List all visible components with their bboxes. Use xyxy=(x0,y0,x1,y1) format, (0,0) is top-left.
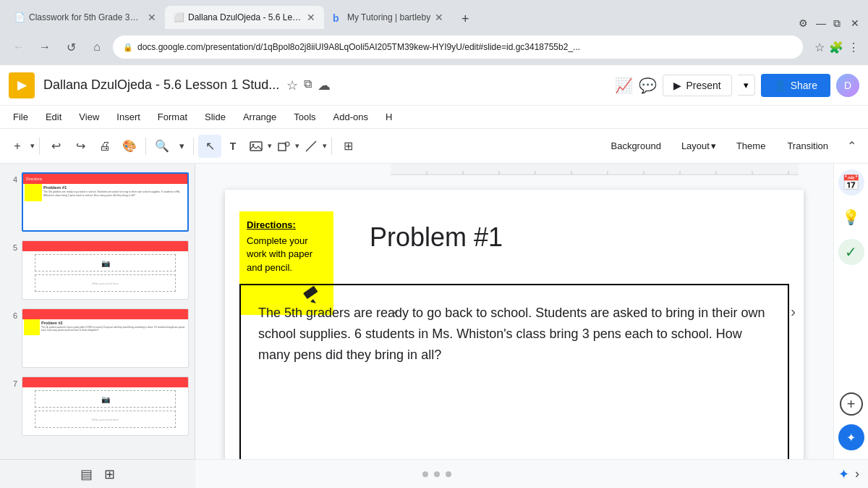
cloud-icon[interactable]: ☁ xyxy=(318,77,331,93)
slide4-yellow-note xyxy=(25,184,42,201)
text-tool[interactable]: T xyxy=(221,135,244,158)
select-tool[interactable]: ↖ xyxy=(198,135,221,158)
tab2-close[interactable]: ✕ xyxy=(307,12,315,23)
forward-button[interactable]: → xyxy=(35,37,55,57)
svg-point-1 xyxy=(252,143,255,146)
slide-thumb-5[interactable]: 5 📷 Write your work here xyxy=(3,237,192,303)
comment-button[interactable]: ⊞ xyxy=(336,135,359,158)
address-input[interactable]: 🔒 docs.google.com/presentation/d/1qBpol8… xyxy=(113,35,803,59)
canvas-nav-left[interactable]: ‹ xyxy=(393,303,399,320)
tab2-label: Dallana DzulOjeda - 5.6 Lesson 1... xyxy=(188,12,302,22)
zoom-dropdown[interactable]: ▾ xyxy=(175,139,189,153)
menu-slide[interactable]: Slide xyxy=(197,109,233,125)
tab1-label: Classwork for 5th Grade 304/30... xyxy=(29,12,143,22)
undo-button[interactable]: ↩ xyxy=(44,135,67,158)
home-button[interactable]: ⌂ xyxy=(87,37,107,57)
calendar-icon: 📅 xyxy=(842,174,860,191)
slide4-title-text: Problem #1 xyxy=(43,185,186,190)
new-tab-button[interactable]: + xyxy=(455,9,475,29)
slide-num-5: 5 xyxy=(6,243,17,252)
menu-edit[interactable]: Edit xyxy=(38,109,69,125)
slide6-content: Problem #2 The 5th graders wanted to hav… xyxy=(22,319,188,333)
back-button[interactable]: ← xyxy=(9,37,29,57)
share-button[interactable]: 👤 Share xyxy=(761,74,830,97)
google-calendar-sidebar-icon[interactable]: 📅 xyxy=(838,169,864,195)
add-slide-button[interactable]: + xyxy=(6,135,29,158)
menu-view[interactable]: View xyxy=(72,109,106,125)
menu-format[interactable]: Format xyxy=(150,109,195,125)
svg-rect-0 xyxy=(250,142,262,151)
canvas-nav-right[interactable]: › xyxy=(791,303,796,320)
zoom-button[interactable]: 🔍 xyxy=(150,135,174,158)
magic-button[interactable]: ✦ xyxy=(838,424,864,450)
add-dropdown[interactable]: ▾ xyxy=(30,141,35,151)
present-dropdown-button[interactable]: ▾ xyxy=(738,75,755,96)
browser-minimize-icon[interactable]: — xyxy=(816,17,827,29)
explore-icon[interactable]: ✦ xyxy=(838,466,849,482)
extension-icon[interactable]: 🧩 xyxy=(829,41,843,54)
menu-addons[interactable]: Add-ons xyxy=(326,109,375,125)
analytics-icon[interactable]: 📈 xyxy=(615,77,633,94)
line-dropdown[interactable]: ▾ xyxy=(323,141,327,151)
slide-thumb-7[interactable]: 7 📷 Write your work here xyxy=(3,374,192,439)
paint-format-button[interactable]: 🎨 xyxy=(118,135,141,158)
toolbar: + ▾ ↩ ↪ 🖨 🎨 🔍 ▾ ↖ T ▾ ▾ ▾ xyxy=(0,129,868,164)
slide-thumb-6[interactable]: 6 Problem #2 The 5th graders wanted to h… xyxy=(3,306,192,371)
doc-title[interactable]: Dallana DzulOjeda - 5.6 Lesson 1 Stud... xyxy=(43,77,279,93)
tasks-sidebar-icon[interactable]: ✓ xyxy=(838,239,864,265)
theme-button[interactable]: Theme xyxy=(728,138,774,154)
menu-tools[interactable]: Tools xyxy=(286,109,323,125)
menu-insert[interactable]: Insert xyxy=(109,109,148,125)
user-avatar[interactable]: D xyxy=(836,74,859,97)
title-right: 📈 💬 ▶ Present ▾ 👤 Share D xyxy=(615,74,859,97)
refresh-button[interactable]: ↺ xyxy=(61,37,81,57)
collapse-toolbar-button[interactable]: ⌃ xyxy=(841,136,862,156)
browser-maximize-icon[interactable]: ⧉ xyxy=(833,17,845,29)
problem-box[interactable]: The 5th graders are ready to go back to … xyxy=(239,284,789,459)
tab1-close[interactable]: ✕ xyxy=(148,12,156,23)
tab-slides[interactable]: ⬜ Dallana DzulOjeda - 5.6 Lesson 1... ✕ xyxy=(165,6,324,29)
tasks-icon: ✓ xyxy=(845,243,857,261)
menu-help[interactable]: H xyxy=(378,109,399,125)
slide-thumb-4[interactable]: 4 Directions Problem #1 The 5th graders … xyxy=(3,169,192,235)
shape-tool[interactable] xyxy=(272,135,295,158)
directions-text: Complete your work with paper and pencil… xyxy=(247,235,326,274)
tab-classwork[interactable]: 📄 Classwork for 5th Grade 304/30... ✕ xyxy=(6,6,165,29)
transition-button[interactable]: Transition xyxy=(778,138,837,154)
print-button[interactable]: 🖨 xyxy=(93,135,116,158)
present-button[interactable]: ▶ Present xyxy=(663,75,731,96)
tab-bartleby[interactable]: b My Tutoring | bartleby ✕ xyxy=(324,6,452,29)
background-button[interactable]: Background xyxy=(602,138,669,154)
title-bar: ▶ Dallana DzulOjeda - 5.6 Lesson 1 Stud.… xyxy=(0,65,868,106)
layout-button[interactable]: Layout ▾ xyxy=(674,138,723,154)
sidebar-add-button[interactable]: + xyxy=(840,392,863,416)
bottom-right-icons: ✦ › xyxy=(838,466,859,482)
menu-arrange[interactable]: Arrange xyxy=(236,109,284,125)
browser-close-icon[interactable]: ✕ xyxy=(851,17,862,29)
dot-1[interactable] xyxy=(422,471,428,477)
slide-img-7: 📷 Write your work here xyxy=(22,376,189,436)
line-tool[interactable] xyxy=(299,135,323,158)
share-icon: 👤 xyxy=(774,80,786,91)
menu-file[interactable]: File xyxy=(6,109,35,125)
browser-end-icons: ⚙ — ⧉ ✕ xyxy=(799,17,862,29)
bookmark-icon[interactable]: ☆ xyxy=(814,41,825,54)
image-tool[interactable] xyxy=(244,135,268,158)
toolbar-right: Background Layout ▾ Theme Transition ⌃ xyxy=(602,136,862,156)
comments-icon[interactable]: 💬 xyxy=(639,77,657,94)
menu-dots-icon[interactable]: ⋮ xyxy=(848,41,859,54)
share-label: Share xyxy=(791,80,817,91)
problem-title[interactable]: Problem #1 xyxy=(370,222,503,253)
next-page-icon[interactable]: › xyxy=(855,466,859,482)
star-icon[interactable]: ☆ xyxy=(286,77,298,93)
browser-profile-icon[interactable]: ⚙ xyxy=(799,17,810,29)
tab-bar: 📄 Classwork for 5th Grade 304/30... ✕ ⬜ … xyxy=(0,0,868,29)
slide5-placeholder-text: Write your work here xyxy=(92,282,119,285)
redo-button[interactable]: ↪ xyxy=(69,135,92,158)
slide-canvas[interactable]: Directions: Complete your work with pape… xyxy=(225,190,804,459)
dot-2[interactable] xyxy=(434,471,440,477)
dot-3[interactable] xyxy=(446,471,451,477)
google-keep-sidebar-icon[interactable]: 💡 xyxy=(838,204,864,230)
move-icon[interactable]: ⧉ xyxy=(304,77,312,93)
tab3-close[interactable]: ✕ xyxy=(435,12,443,23)
